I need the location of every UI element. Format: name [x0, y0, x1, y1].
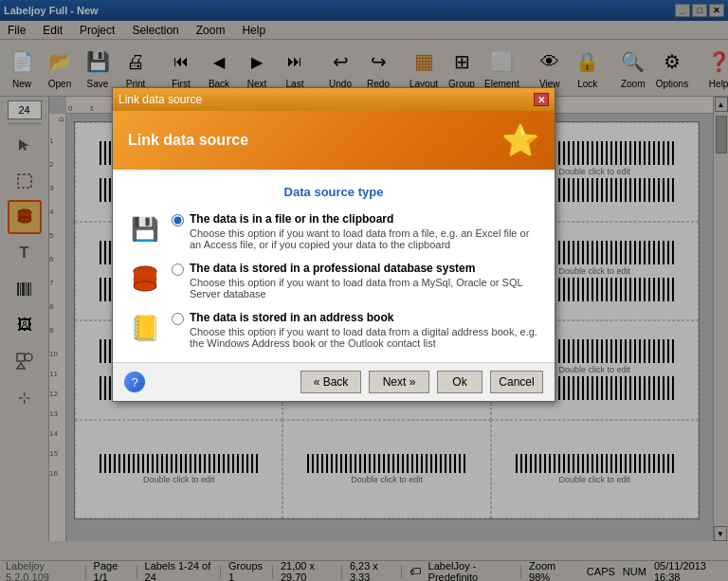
dialog-titlebar: Link data source ✕	[113, 88, 555, 111]
dialog-header-icon: ⭐	[501, 122, 539, 158]
option-file-row: 💾 The data is in a file or in the clipbo…	[128, 212, 539, 250]
option-addressbook-content: The data is stored in an address book Ch…	[172, 311, 539, 349]
option-database-row: The data is stored in a professional dat…	[128, 262, 539, 300]
link-datasource-dialog: Link data source ✕ Link data source ⭐ Da…	[112, 87, 555, 402]
dialog-header-title: Link data source	[128, 132, 248, 149]
svg-point-18	[134, 281, 156, 291]
option-addressbook-row: 📒 The data is stored in an address book …	[128, 311, 539, 349]
dialog-close-btn[interactable]: ✕	[534, 93, 549, 106]
option-file-title: The data is in a file or in the clipboar…	[190, 212, 539, 226]
option-addressbook-desc: Choose this option if you want to load d…	[190, 326, 539, 349]
option-file-desc: Choose this option if you want to load d…	[190, 227, 539, 250]
dialog-action-buttons: « Back Next » Ok Cancel	[300, 371, 543, 393]
option-addressbook-radio[interactable]	[172, 313, 184, 325]
option-database-desc: Choose this option if you want to load d…	[190, 277, 539, 300]
option-database-icon	[128, 262, 162, 296]
dialog-header: Link data source ⭐	[113, 111, 555, 170]
dialog-title: Link data source	[118, 93, 202, 106]
dialog-help-icon[interactable]: ?	[124, 372, 145, 392]
dialog-section-title: Data source type	[128, 185, 539, 199]
option-database-content: The data is stored in a professional dat…	[172, 262, 539, 300]
option-file-radio[interactable]	[172, 214, 184, 227]
dialog-footer: ? « Back Next » Ok Cancel	[113, 362, 555, 401]
option-addressbook-title: The data is stored in an address book	[190, 311, 539, 324]
option-addressbook-icon: 📒	[128, 311, 162, 345]
option-file-content: The data is in a file or in the clipboar…	[172, 212, 539, 250]
ok-button[interactable]: Ok	[437, 371, 482, 393]
next-button[interactable]: Next »	[369, 371, 429, 393]
option-file-icon: 💾	[128, 212, 162, 246]
option-database-title: The data is stored in a professional dat…	[190, 262, 539, 275]
cancel-button[interactable]: Cancel	[490, 371, 543, 393]
dialog-overlay: Link data source ✕ Link data source ⭐ Da…	[0, 0, 728, 581]
back-button[interactable]: « Back	[300, 371, 361, 393]
dialog-body: Data source type 💾 The data is in a file…	[113, 170, 555, 362]
option-database-radio[interactable]	[172, 263, 184, 276]
svg-rect-16	[134, 271, 156, 279]
